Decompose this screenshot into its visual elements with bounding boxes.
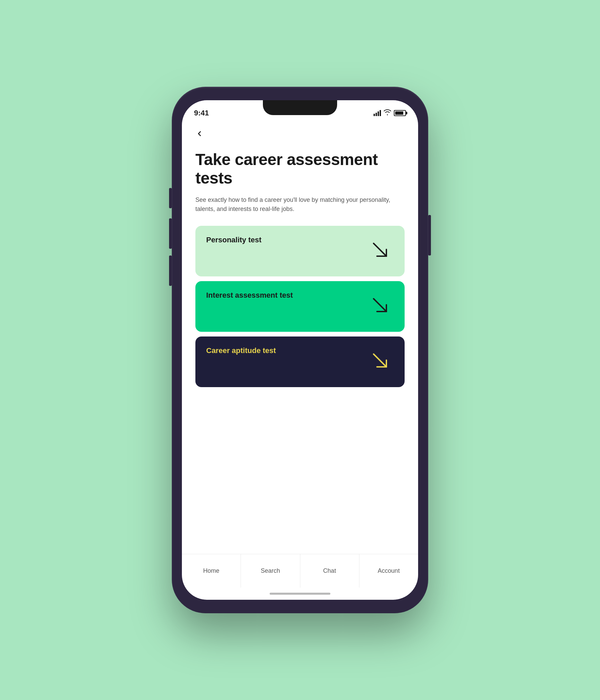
svg-line-3: [374, 299, 386, 311]
test-cards-list: Personality test Interest assessment tes…: [195, 226, 405, 387]
status-time: 9:41: [194, 109, 209, 118]
svg-line-0: [374, 243, 386, 256]
page-subtitle: See exactly how to find a career you'll …: [195, 195, 405, 214]
personality-test-label: Personality test: [206, 235, 261, 245]
career-arrow-icon: [367, 347, 394, 374]
nav-chat-label: Chat: [323, 567, 336, 574]
nav-item-search[interactable]: Search: [241, 554, 300, 588]
notch: [263, 100, 337, 115]
nav-search-label: Search: [261, 567, 280, 574]
bottom-nav: Home Search Chat Account: [182, 554, 418, 588]
career-test-card[interactable]: Career aptitude test: [195, 336, 405, 387]
silent-button: [169, 188, 172, 208]
home-indicator: [182, 588, 418, 600]
nav-item-home[interactable]: Home: [182, 554, 241, 588]
page-title: Take career assessment tests: [195, 150, 405, 187]
power-button: [428, 215, 431, 255]
career-test-label: Career aptitude test: [206, 346, 276, 356]
interest-arrow-icon: [367, 292, 394, 319]
signal-icon: [374, 110, 381, 116]
phone-frame: 9:41: [172, 87, 428, 613]
interest-test-label: Interest assessment test: [206, 291, 293, 300]
nav-account-label: Account: [378, 567, 400, 574]
back-button[interactable]: [195, 129, 405, 140]
nav-item-account[interactable]: Account: [359, 554, 418, 588]
status-icons: [374, 109, 406, 117]
personality-test-card[interactable]: Personality test: [195, 226, 405, 276]
volume-down-button: [169, 255, 172, 286]
battery-icon: [394, 110, 406, 116]
svg-line-6: [374, 354, 386, 367]
phone-screen: 9:41: [182, 100, 418, 600]
content-area: Take career assessment tests See exactly…: [182, 121, 418, 554]
volume-up-button: [169, 218, 172, 249]
header-nav: [182, 121, 418, 145]
main-content: Take career assessment tests See exactly…: [182, 145, 418, 554]
nav-home-label: Home: [203, 567, 219, 574]
nav-item-chat[interactable]: Chat: [300, 554, 359, 588]
home-bar: [270, 593, 330, 595]
personality-arrow-icon: [367, 236, 394, 264]
wifi-icon: [384, 109, 391, 117]
interest-test-card[interactable]: Interest assessment test: [195, 281, 405, 332]
